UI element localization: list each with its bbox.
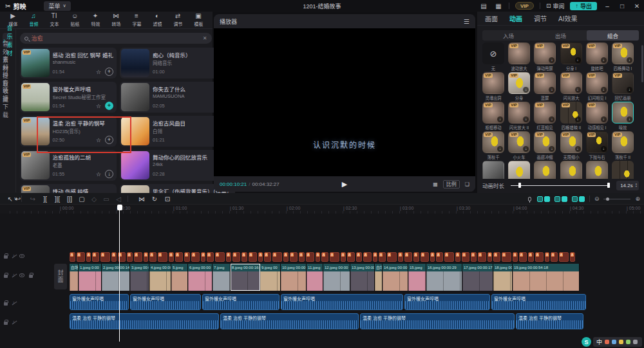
animation-item[interactable]: VIP↓柜框移动 (482, 102, 504, 129)
audio-clip[interactable]: 窗外暖女声哼唱 (281, 294, 403, 310)
text-clip[interactable] (306, 252, 314, 262)
video-clip[interactable]: 7.jpeg (213, 264, 231, 291)
layout-icon[interactable]: ▤ (479, 3, 488, 10)
menu-button[interactable]: 菜单∨ (44, 1, 70, 11)
workspace-icon[interactable]: ▦ (494, 3, 503, 10)
audio-clip[interactable]: 窗外暖女声哼唱 (202, 294, 279, 310)
text-clip[interactable] (100, 252, 110, 262)
nav-item-字幕[interactable]: ≡字幕 (126, 13, 147, 27)
animation-item[interactable]: VIP↓弹动甩屏 (534, 42, 556, 70)
animation-thumbnail[interactable]: VIP↓ (508, 131, 530, 153)
animation-item[interactable]: VIP↓红蓝相见 (534, 102, 556, 129)
text-clip[interactable] (444, 252, 454, 262)
maximize-button[interactable]: □ (618, 3, 627, 10)
audio-clip[interactable]: 温柔 治愈 平静的钢琴 (220, 313, 359, 329)
nav-item-模板[interactable]: ▣模板 (188, 13, 209, 27)
text-clip[interactable] (430, 252, 435, 262)
timeline-zoom-slider[interactable] (603, 199, 630, 199)
animation-thumbnail[interactable]: VIP↓ (534, 72, 556, 94)
tool-4[interactable]: ][ (40, 193, 50, 205)
favorite-star-icon[interactable]: ☆ (96, 137, 101, 143)
video-clip[interactable]: 12.jpeg 00:00 (323, 264, 350, 291)
text-clip[interactable] (321, 252, 328, 262)
animation-thumbnail[interactable]: VIP (508, 42, 530, 64)
animation-thumbnail[interactable]: VIP (482, 72, 504, 94)
animation-item[interactable]: VIP↓分身 (508, 72, 530, 100)
text-clip[interactable] (184, 252, 190, 262)
playhead[interactable] (119, 205, 120, 342)
ime-icon[interactable] (612, 340, 616, 344)
video-clip[interactable]: 16.jpeg 00:00:29 (426, 264, 462, 291)
text-clip[interactable] (387, 252, 397, 262)
preview-axis-toggle[interactable] (572, 196, 585, 202)
video-clip[interactable]: 白场 (70, 264, 79, 291)
animation-thumbnail[interactable]: VIP↓ (534, 102, 556, 124)
text-clip[interactable] (92, 252, 99, 262)
nav-item-贴纸[interactable]: ☺贴纸 (64, 13, 85, 27)
text-clip[interactable] (455, 252, 460, 262)
nav-item-转场[interactable]: ⋈转场 (106, 13, 126, 27)
video-clip[interactable]: 4.jpeg 00:00 (149, 264, 171, 291)
favorite-star-icon[interactable]: ☆ (96, 69, 101, 75)
audio-clip[interactable]: 窗外暖女声哼唱 (130, 294, 201, 310)
animation-item[interactable] (482, 161, 504, 179)
subtab-入场[interactable]: 入场 (482, 30, 535, 41)
tool-11[interactable]: ⋈ (137, 193, 147, 205)
animation-item[interactable]: VIP↓闪光放大 (560, 72, 582, 100)
favorite-star-icon[interactable]: ☆ (96, 171, 101, 178)
music-card[interactable]: VIP感动 治愈 回忆 钢琴 婚礼shanmusic01:54☆+ (20, 48, 117, 78)
nav-item-文本[interactable]: TI文本 (44, 13, 64, 27)
text-clip[interactable] (134, 252, 142, 262)
text-clip[interactable] (258, 252, 263, 262)
animation-thumbnail[interactable]: VIP↓ (482, 102, 504, 124)
text-clip[interactable] (283, 252, 289, 262)
text-clip[interactable] (513, 252, 518, 262)
tool-7[interactable]: ▢ (77, 193, 87, 205)
text-clip[interactable] (111, 252, 117, 262)
text-clip[interactable] (398, 252, 403, 262)
text-clip[interactable] (77, 252, 85, 262)
nav-item-媒体[interactable]: ▶媒体 (3, 13, 23, 27)
text-clip[interactable] (242, 252, 247, 262)
animation-item[interactable] (508, 161, 530, 179)
animation-thumbnail[interactable]: VIP↓ (612, 72, 634, 94)
tab-画面[interactable]: 画面 (485, 14, 498, 23)
video-clip[interactable]: 17.jpeg 00:00:17:2 (462, 264, 493, 291)
add-to-track-button[interactable]: + (105, 136, 113, 144)
text-clip[interactable] (421, 252, 429, 262)
animation-item[interactable]: VIP↓无限缩小 (560, 131, 582, 159)
animation-thumbnail[interactable]: VIP↓ (586, 42, 608, 64)
animation-item[interactable]: VIP↓幻闪相见 I (586, 72, 608, 100)
text-clip[interactable] (175, 252, 183, 262)
animation-thumbnail[interactable] (612, 161, 634, 179)
animation-item[interactable]: VIP↓画廊冲缩 (534, 131, 556, 159)
link-toggle[interactable] (554, 196, 567, 202)
snap-toggle[interactable] (537, 196, 550, 202)
audio-clip[interactable]: 温柔 治愈 平静的钢琴 (70, 313, 219, 329)
animation-item[interactable] (586, 161, 608, 179)
text-clip[interactable] (86, 252, 91, 262)
text-clip[interactable] (207, 252, 214, 262)
lock-icon[interactable] (4, 322, 8, 325)
text-clip[interactable] (232, 252, 240, 262)
text-clip[interactable] (191, 252, 200, 262)
scrollbar[interactable] (641, 45, 643, 82)
audio-clip[interactable]: 窗外暖女声哼唱 (491, 294, 586, 310)
export-button[interactable]: ↑ 导出 (570, 2, 597, 10)
text-clip[interactable] (488, 252, 492, 262)
animation-thumbnail[interactable]: ⊘ (482, 42, 504, 64)
video-clip[interactable]: 18.jpeg 00:0 (493, 264, 513, 291)
text-clip[interactable] (363, 252, 372, 262)
play-button[interactable]: ▶ (342, 180, 347, 188)
ime-icon[interactable] (626, 340, 630, 344)
text-clip[interactable] (413, 252, 419, 262)
animation-item[interactable]: VIP↓回忆画册 (612, 72, 634, 100)
preview-quality-icon[interactable]: ▦ (433, 181, 438, 187)
audio-clip[interactable]: 温柔 治愈 平静的钢琴 (360, 313, 515, 329)
sidebar-item-链接下载[interactable]: 链接下载 (3, 95, 13, 110)
sogou-input-icon[interactable]: S (582, 337, 591, 347)
text-clip[interactable] (272, 252, 282, 262)
text-clip[interactable] (379, 252, 386, 262)
animation-thumbnail[interactable]: VIP↓ (534, 131, 556, 153)
text-clip[interactable] (70, 252, 75, 262)
